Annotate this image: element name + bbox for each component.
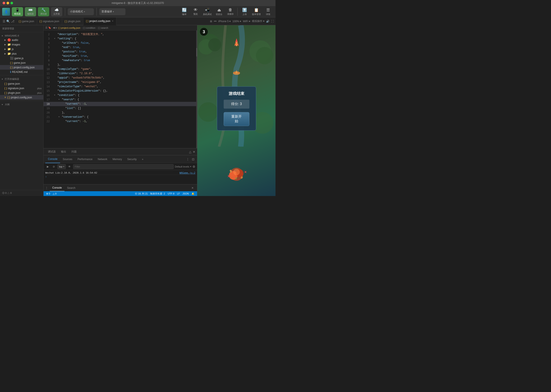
sidebar-toggle-icon[interactable]: ☰ bbox=[3, 20, 6, 23]
status-line-col: 行 18, 列 21 bbox=[135, 192, 148, 195]
simulator-button[interactable]: 📱 模拟器 bbox=[12, 7, 23, 16]
console-eye-btn[interactable]: 👁 bbox=[67, 164, 72, 169]
console-bottom-close-icon[interactable]: ✕ bbox=[191, 186, 194, 189]
sidebar-item-readme[interactable]: ▶ ℹ README.md bbox=[0, 70, 43, 74]
cut-bg-icon: ⏏ bbox=[217, 8, 221, 12]
split-editor-icon[interactable]: ⊞ bbox=[210, 20, 212, 23]
devtools-popout-icon[interactable]: ⊡ bbox=[191, 157, 195, 161]
game-mode-dropdown[interactable]: 小游戏模式 ▾ bbox=[68, 8, 94, 15]
details-button[interactable]: ☰ 详情 bbox=[263, 7, 273, 16]
sidebar-item-js[interactable]: ▶ 📁 js bbox=[0, 47, 43, 51]
sidebar-item-images[interactable]: ▶ 📁 images bbox=[0, 42, 43, 47]
open-editor-plugin[interactable]: { } plugin.json plus bbox=[0, 91, 43, 95]
console-eye-icon: 👁 bbox=[68, 165, 71, 168]
devtools-tab-security[interactable]: Security bbox=[124, 155, 139, 163]
code-line-14: "simulatorType": "wechat", bbox=[51, 84, 196, 89]
compile-label: 编译 bbox=[182, 13, 186, 16]
devtools-tab-performance[interactable]: Performance bbox=[75, 155, 95, 163]
tab-game-json[interactable]: { } game.json bbox=[16, 17, 37, 25]
minimize-button[interactable] bbox=[7, 2, 9, 4]
project-section-header[interactable]: ▾ MINIGAME-8 bbox=[0, 33, 43, 38]
section-divider-2 bbox=[0, 100, 43, 101]
readme-file-icon: ℹ bbox=[10, 70, 11, 74]
breadcrumb-back[interactable]: ◀ bbox=[53, 26, 55, 29]
console-bottom-menu-icon[interactable]: ⋮ bbox=[45, 186, 48, 189]
projectconfig-file-icon: { } bbox=[10, 66, 13, 69]
debugger-button[interactable]: 🔧 调试器 bbox=[38, 7, 49, 16]
tab-project-config[interactable]: { } project.config.json ✕ bbox=[83, 17, 116, 25]
status-language: JSON bbox=[182, 192, 189, 195]
preview-button[interactable]: 👁 预览 bbox=[190, 7, 201, 16]
console-bottom-tab-search[interactable]: Search bbox=[65, 184, 78, 191]
sidebar-item-gamejson[interactable]: ▶ { } game.json bbox=[0, 61, 43, 65]
code-line-13: "projectname": "minigame-8", bbox=[51, 80, 196, 84]
svg-point-4 bbox=[256, 47, 273, 64]
tab-bar: ☰ 🔍 ⎇ { } game.json { } signature.json {… bbox=[0, 17, 276, 25]
panel-close-icon[interactable]: ✕ bbox=[193, 150, 195, 154]
outline-header[interactable]: ▾ 大纲 bbox=[0, 102, 43, 107]
sidebar-item-gamejs[interactable]: ▶ ⬛ game.js bbox=[0, 56, 43, 61]
console-clear-btn[interactable]: ▶ bbox=[45, 164, 50, 169]
console-block-btn[interactable]: ⊘ bbox=[51, 164, 56, 169]
devtools-tab-network[interactable]: Network bbox=[95, 155, 110, 163]
console-levels-selector[interactable]: Default levels ▾ bbox=[175, 165, 191, 168]
devtools-tab-memory[interactable]: Memory bbox=[110, 155, 124, 163]
version-mgr-button[interactable]: 📋 版本管理 bbox=[251, 7, 262, 16]
open-editor-signature[interactable]: { } signature.json plus bbox=[0, 86, 43, 91]
window-controls[interactable] bbox=[3, 2, 13, 4]
sidebar-item-audio[interactable]: ▶ 🔴 audio bbox=[0, 38, 43, 42]
panel-tab-debugger-label: 调试器 bbox=[48, 150, 56, 154]
compile-mode-dropdown[interactable]: 普通编译 ▾ bbox=[99, 8, 125, 15]
tab-plugin-json[interactable]: { } plugin.json bbox=[62, 17, 83, 25]
devtools-menu-icon[interactable]: ⋮ bbox=[185, 157, 190, 161]
devtools-tab-console[interactable]: Console bbox=[45, 155, 60, 163]
real-device-button[interactable]: 📲 真机调试 bbox=[202, 7, 213, 16]
sidebar-item-projectconfig[interactable]: ▶ { } project.config.json bbox=[0, 65, 43, 70]
user-avatar[interactable]: 👤 bbox=[2, 8, 10, 16]
panel-tab-problems[interactable]: 问题 bbox=[69, 148, 79, 155]
source-control-icon[interactable]: ⎇ bbox=[11, 20, 14, 23]
panel-expand-icon[interactable]: △ bbox=[189, 150, 191, 154]
tab-close-icon[interactable]: ✕ bbox=[112, 20, 114, 22]
sidebar-item-plus[interactable]: ▶ 📁 plus bbox=[0, 51, 43, 56]
tab-bar-more-icon[interactable]: ••• bbox=[214, 20, 217, 23]
panel-tab-debugger[interactable]: 调试器 bbox=[45, 148, 58, 155]
console-gear-icon[interactable]: ⚙ bbox=[193, 165, 195, 168]
open-editor-projectconfig[interactable]: ✕ { } project.config.json bbox=[0, 95, 43, 100]
network-selector[interactable]: WiFi ▾ bbox=[243, 20, 250, 23]
real-device-label: 真机调试 bbox=[203, 13, 212, 16]
cut-background-button[interactable]: ⏏ 切后台 bbox=[214, 7, 224, 16]
oe-projectconfig-label: project.config.json bbox=[11, 96, 42, 99]
maximize-button[interactable] bbox=[10, 2, 13, 4]
oe-plugin-icon: { } bbox=[4, 91, 7, 94]
close-button[interactable] bbox=[3, 2, 5, 4]
console-context-selector[interactable]: top ▾ bbox=[58, 164, 66, 169]
cloud-dev-button[interactable]: ☁️ 云开发 bbox=[51, 7, 62, 16]
code-editor[interactable]: 23456 7891011 1213141516 171819 202122 "… bbox=[44, 30, 197, 148]
console-bottom-tab-console[interactable]: Console bbox=[50, 184, 65, 191]
readme-label: README.md bbox=[12, 70, 42, 74]
breadcrumb-forward[interactable]: ▶ bbox=[56, 26, 57, 29]
devtools-tab-sources[interactable]: Sources bbox=[60, 155, 75, 163]
console-log-source-1[interactable]: WAGame.js:2 bbox=[180, 171, 195, 174]
zoom-selector[interactable]: 100% ▾ bbox=[232, 20, 241, 23]
sim-actions-selector[interactable]: 模拟操作 ▾ bbox=[252, 19, 264, 23]
fullscreen-icon[interactable]: ⛶ bbox=[271, 20, 274, 23]
upload-button[interactable]: ⬆️ 上传 bbox=[239, 7, 250, 16]
clear-cache-button[interactable]: 🗑 清缓存 bbox=[225, 7, 236, 16]
console-content[interactable]: Wechat Lib:2.10.0, 2020.1.6 16:54:02 WAG… bbox=[44, 170, 197, 184]
open-editor-gamejson[interactable]: { } game.json bbox=[0, 81, 43, 86]
console-filter-input[interactable] bbox=[73, 164, 174, 169]
editor-button[interactable]: ⌨️ 编辑器 bbox=[25, 7, 36, 16]
tab-signature-json[interactable]: { } signature.json bbox=[37, 17, 62, 25]
open-editors-header[interactable]: ▾ 打开的编辑器 bbox=[0, 76, 43, 81]
devtools-tab-more[interactable]: » bbox=[139, 155, 146, 163]
code-content[interactable]: "description": "项目配置文件。", ▾ "setting": {… bbox=[51, 30, 196, 148]
volume-icon[interactable]: 🔊 bbox=[266, 20, 269, 23]
restart-button[interactable]: 重新开始 bbox=[224, 112, 249, 126]
device-selector[interactable]: iPhone 5 ▾ bbox=[218, 20, 231, 23]
panel-tab-output[interactable]: 输出 bbox=[58, 148, 69, 155]
search-icon[interactable]: 🔍 bbox=[6, 20, 10, 23]
js-label: js bbox=[12, 48, 42, 51]
compile-button[interactable]: 🔄 编译 bbox=[179, 7, 189, 16]
